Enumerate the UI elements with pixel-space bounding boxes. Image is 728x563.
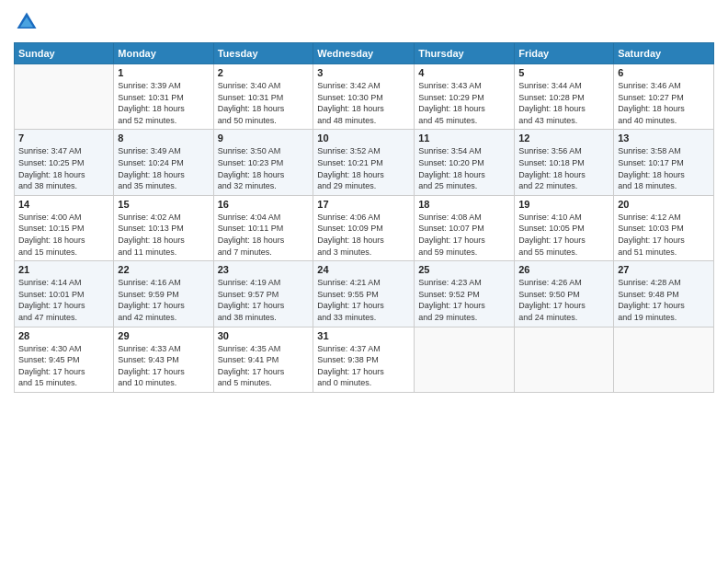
calendar-cell: 22Sunrise: 4:16 AM Sunset: 9:59 PM Dayli…	[114, 261, 213, 327]
column-header-tuesday: Tuesday	[213, 43, 313, 64]
day-number: 5	[518, 67, 609, 78]
day-info: Sunrise: 4:04 AM Sunset: 10:11 PM Daylig…	[218, 212, 310, 258]
header	[14, 9, 714, 35]
calendar-header-row: SundayMondayTuesdayWednesdayThursdayFrid…	[15, 43, 714, 64]
calendar-cell: 17Sunrise: 4:06 AM Sunset: 10:09 PM Dayl…	[313, 195, 415, 260]
day-number: 26	[518, 264, 609, 275]
calendar-cell: 18Sunrise: 4:08 AM Sunset: 10:07 PM Dayl…	[415, 195, 515, 260]
day-info: Sunrise: 4:21 AM Sunset: 9:55 PM Dayligh…	[317, 277, 410, 323]
day-info: Sunrise: 4:26 AM Sunset: 9:50 PM Dayligh…	[518, 277, 609, 323]
page: SundayMondayTuesdayWednesdayThursdayFrid…	[0, 0, 728, 563]
calendar-cell: 4Sunrise: 3:43 AM Sunset: 10:29 PM Dayli…	[415, 64, 515, 130]
calendar-cell: 31Sunrise: 4:37 AM Sunset: 9:38 PM Dayli…	[313, 327, 415, 392]
day-number: 30	[218, 330, 310, 341]
day-info: Sunrise: 3:49 AM Sunset: 10:24 PM Daylig…	[118, 145, 209, 191]
day-number: 24	[317, 264, 410, 275]
day-info: Sunrise: 4:00 AM Sunset: 10:15 PM Daylig…	[18, 212, 109, 258]
day-number: 29	[118, 330, 209, 341]
day-info: Sunrise: 3:50 AM Sunset: 10:23 PM Daylig…	[218, 145, 310, 191]
calendar-cell: 1Sunrise: 3:39 AM Sunset: 10:31 PM Dayli…	[114, 64, 213, 130]
day-number: 14	[18, 199, 109, 210]
calendar-cell: 24Sunrise: 4:21 AM Sunset: 9:55 PM Dayli…	[313, 261, 415, 327]
week-row-1: 1Sunrise: 3:39 AM Sunset: 10:31 PM Dayli…	[15, 64, 714, 130]
day-info: Sunrise: 3:58 AM Sunset: 10:17 PM Daylig…	[618, 145, 710, 191]
day-number: 21	[18, 264, 109, 275]
day-info: Sunrise: 3:46 AM Sunset: 10:27 PM Daylig…	[618, 80, 710, 126]
day-number: 15	[118, 199, 209, 210]
calendar-cell	[415, 327, 515, 392]
day-info: Sunrise: 4:08 AM Sunset: 10:07 PM Daylig…	[418, 212, 510, 258]
day-info: Sunrise: 4:30 AM Sunset: 9:45 PM Dayligh…	[18, 343, 109, 389]
day-number: 1	[118, 67, 209, 78]
day-number: 20	[618, 199, 710, 210]
calendar-cell	[614, 327, 714, 392]
day-number: 3	[317, 67, 410, 78]
column-header-friday: Friday	[515, 43, 614, 64]
day-number: 22	[118, 264, 209, 275]
day-info: Sunrise: 3:56 AM Sunset: 10:18 PM Daylig…	[518, 145, 609, 191]
calendar-cell: 21Sunrise: 4:14 AM Sunset: 10:01 PM Dayl…	[15, 261, 114, 327]
logo	[14, 9, 43, 35]
calendar-cell: 25Sunrise: 4:23 AM Sunset: 9:52 PM Dayli…	[415, 261, 515, 327]
week-row-4: 21Sunrise: 4:14 AM Sunset: 10:01 PM Dayl…	[15, 261, 714, 327]
calendar-cell: 23Sunrise: 4:19 AM Sunset: 9:57 PM Dayli…	[213, 261, 313, 327]
calendar-cell: 30Sunrise: 4:35 AM Sunset: 9:41 PM Dayli…	[213, 327, 313, 392]
day-number: 8	[118, 132, 209, 144]
calendar-cell: 28Sunrise: 4:30 AM Sunset: 9:45 PM Dayli…	[15, 327, 114, 392]
day-number: 17	[317, 199, 410, 210]
column-header-saturday: Saturday	[614, 43, 714, 64]
calendar-cell: 15Sunrise: 4:02 AM Sunset: 10:13 PM Dayl…	[114, 195, 213, 260]
day-number: 23	[218, 264, 310, 275]
logo-icon	[14, 9, 40, 35]
day-number: 19	[518, 199, 609, 210]
day-info: Sunrise: 4:10 AM Sunset: 10:05 PM Daylig…	[518, 212, 609, 258]
day-number: 2	[218, 67, 310, 78]
day-info: Sunrise: 4:33 AM Sunset: 9:43 PM Dayligh…	[118, 343, 209, 389]
day-number: 28	[18, 330, 109, 341]
column-header-thursday: Thursday	[415, 43, 515, 64]
day-info: Sunrise: 3:39 AM Sunset: 10:31 PM Daylig…	[118, 80, 209, 126]
day-info: Sunrise: 4:37 AM Sunset: 9:38 PM Dayligh…	[317, 343, 410, 389]
column-header-monday: Monday	[114, 43, 213, 64]
week-row-3: 14Sunrise: 4:00 AM Sunset: 10:15 PM Dayl…	[15, 195, 714, 260]
calendar-cell: 16Sunrise: 4:04 AM Sunset: 10:11 PM Dayl…	[213, 195, 313, 260]
day-info: Sunrise: 3:54 AM Sunset: 10:20 PM Daylig…	[418, 145, 510, 191]
day-info: Sunrise: 4:06 AM Sunset: 10:09 PM Daylig…	[317, 212, 410, 258]
day-info: Sunrise: 3:42 AM Sunset: 10:30 PM Daylig…	[317, 80, 410, 126]
calendar-cell: 5Sunrise: 3:44 AM Sunset: 10:28 PM Dayli…	[515, 64, 614, 130]
day-info: Sunrise: 4:12 AM Sunset: 10:03 PM Daylig…	[618, 212, 710, 258]
day-info: Sunrise: 4:16 AM Sunset: 9:59 PM Dayligh…	[118, 277, 209, 323]
day-info: Sunrise: 3:40 AM Sunset: 10:31 PM Daylig…	[218, 80, 310, 126]
week-row-2: 7Sunrise: 3:47 AM Sunset: 10:25 PM Dayli…	[15, 130, 714, 195]
calendar-cell: 11Sunrise: 3:54 AM Sunset: 10:20 PM Dayl…	[415, 130, 515, 195]
day-info: Sunrise: 4:14 AM Sunset: 10:01 PM Daylig…	[18, 277, 109, 323]
calendar-cell: 20Sunrise: 4:12 AM Sunset: 10:03 PM Dayl…	[614, 195, 714, 260]
calendar-cell: 29Sunrise: 4:33 AM Sunset: 9:43 PM Dayli…	[114, 327, 213, 392]
day-number: 11	[418, 132, 510, 144]
day-info: Sunrise: 3:43 AM Sunset: 10:29 PM Daylig…	[418, 80, 510, 126]
day-number: 6	[618, 67, 710, 78]
day-number: 7	[18, 132, 109, 144]
week-row-5: 28Sunrise: 4:30 AM Sunset: 9:45 PM Dayli…	[15, 327, 714, 392]
day-number: 12	[518, 132, 609, 144]
calendar-cell: 13Sunrise: 3:58 AM Sunset: 10:17 PM Dayl…	[614, 130, 714, 195]
calendar-cell: 3Sunrise: 3:42 AM Sunset: 10:30 PM Dayli…	[313, 64, 415, 130]
calendar-cell	[515, 327, 614, 392]
calendar-cell: 12Sunrise: 3:56 AM Sunset: 10:18 PM Dayl…	[515, 130, 614, 195]
day-info: Sunrise: 4:23 AM Sunset: 9:52 PM Dayligh…	[418, 277, 510, 323]
day-info: Sunrise: 3:44 AM Sunset: 10:28 PM Daylig…	[518, 80, 609, 126]
calendar-cell: 19Sunrise: 4:10 AM Sunset: 10:05 PM Dayl…	[515, 195, 614, 260]
day-info: Sunrise: 4:28 AM Sunset: 9:48 PM Dayligh…	[618, 277, 710, 323]
column-header-wednesday: Wednesday	[313, 43, 415, 64]
day-number: 10	[317, 132, 410, 144]
calendar-cell: 9Sunrise: 3:50 AM Sunset: 10:23 PM Dayli…	[213, 130, 313, 195]
calendar-table: SundayMondayTuesdayWednesdayThursdayFrid…	[14, 42, 714, 393]
calendar-cell: 2Sunrise: 3:40 AM Sunset: 10:31 PM Dayli…	[213, 64, 313, 130]
calendar-cell: 14Sunrise: 4:00 AM Sunset: 10:15 PM Dayl…	[15, 195, 114, 260]
day-number: 27	[618, 264, 710, 275]
calendar-cell: 7Sunrise: 3:47 AM Sunset: 10:25 PM Dayli…	[15, 130, 114, 195]
calendar-cell: 10Sunrise: 3:52 AM Sunset: 10:21 PM Dayl…	[313, 130, 415, 195]
day-info: Sunrise: 3:52 AM Sunset: 10:21 PM Daylig…	[317, 145, 410, 191]
day-number: 9	[218, 132, 310, 144]
day-number: 13	[618, 132, 710, 144]
